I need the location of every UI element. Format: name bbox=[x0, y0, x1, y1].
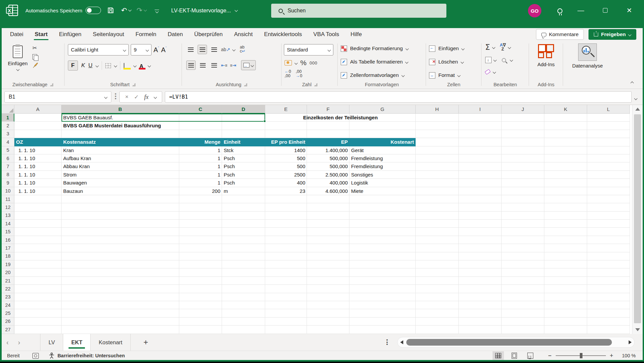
menu-item-datei[interactable]: Datei bbox=[4, 28, 29, 41]
active-cell-selection[interactable] bbox=[62, 114, 265, 122]
table-cell-r8-D[interactable]: Psch bbox=[222, 171, 265, 179]
sheet-tab-ekt[interactable]: EKT bbox=[63, 334, 91, 351]
menu-item-einfügen[interactable]: Einfügen bbox=[53, 28, 87, 41]
fill-color-button[interactable] bbox=[124, 63, 130, 68]
paste-button[interactable]: Einfügen bbox=[6, 43, 29, 81]
formula-input[interactable]: =LV!B1 bbox=[165, 91, 632, 103]
table-cell-r8-B[interactable]: Strom bbox=[62, 171, 179, 179]
table-cell-r6-E[interactable]: 500 bbox=[265, 154, 307, 162]
cut-button[interactable]: ✂ bbox=[32, 45, 38, 51]
sort-filter-chevron-icon[interactable] bbox=[508, 45, 511, 49]
row-header-14[interactable]: 14 bbox=[2, 220, 14, 228]
column-header-A[interactable]: A bbox=[14, 105, 62, 114]
table-header-ep[interactable]: EP bbox=[307, 138, 349, 146]
zoom-out-button[interactable]: − bbox=[548, 352, 552, 359]
table-header-oz[interactable]: OZ bbox=[14, 138, 62, 146]
row-header-17[interactable]: 17 bbox=[2, 244, 14, 252]
bold-button[interactable]: F bbox=[68, 60, 78, 71]
thousands-format-button[interactable]: 000 bbox=[310, 60, 317, 66]
table-cell-r9-G[interactable]: Logistik bbox=[349, 179, 416, 187]
comments-button[interactable]: Kommentare bbox=[536, 29, 584, 40]
align-middle-button[interactable] bbox=[198, 45, 207, 54]
scroll-down-icon[interactable] bbox=[635, 328, 640, 331]
font-size-select[interactable]: 9 bbox=[131, 44, 151, 55]
table-cell-r7-D[interactable]: Psch bbox=[222, 162, 265, 170]
italic-button[interactable]: K bbox=[81, 62, 85, 69]
cell-e1-text[interactable]: Einzelkosten der Teilleistungen bbox=[265, 114, 416, 122]
align-top-button[interactable] bbox=[186, 45, 195, 54]
row-header-13[interactable]: 13 bbox=[2, 212, 14, 220]
percent-format-button[interactable]: % bbox=[300, 59, 307, 67]
currency-chevron-icon[interactable] bbox=[295, 61, 298, 65]
menu-item-überprüfen[interactable]: Überprüfen bbox=[189, 28, 228, 41]
zoom-level[interactable]: 100 % bbox=[622, 353, 636, 358]
table-cell-r10-A[interactable]: 1. 1. 10 bbox=[14, 187, 62, 195]
data-analysis-button[interactable] bbox=[578, 43, 597, 61]
fill-handle[interactable] bbox=[263, 120, 266, 122]
delete-cells-button[interactable]: Löschen bbox=[429, 55, 463, 68]
format-painter-button[interactable] bbox=[32, 63, 38, 69]
increase-indent-button[interactable]: ≡⇥ bbox=[230, 63, 236, 68]
minimize-button[interactable]: — bbox=[573, 3, 588, 17]
table-cell-r10-C[interactable]: 200 bbox=[179, 187, 222, 195]
column-header-I[interactable]: I bbox=[459, 105, 502, 114]
number-format-select[interactable]: Standard bbox=[284, 44, 333, 55]
copy-button[interactable] bbox=[32, 54, 37, 59]
zoom-in-button[interactable]: + bbox=[610, 352, 614, 359]
font-family-select[interactable]: Calibri Light bbox=[68, 44, 129, 55]
table-header-kostenart[interactable]: Kostenart bbox=[349, 138, 416, 146]
column-header-B[interactable]: B bbox=[62, 105, 179, 114]
font-dialog-launcher[interactable] bbox=[132, 83, 135, 86]
autosave-control[interactable]: Automatisches Speichern bbox=[25, 7, 101, 14]
table-cell-r9-C[interactable]: 1 bbox=[179, 179, 222, 187]
redo-button[interactable]: ↷ bbox=[136, 5, 147, 16]
cancel-formula-button[interactable]: × bbox=[125, 94, 128, 100]
clear-chevron-icon[interactable] bbox=[493, 70, 496, 74]
autosave-toggle[interactable] bbox=[86, 7, 101, 14]
table-cell-r10-F[interactable]: 4.600,000 bbox=[307, 187, 349, 195]
select-all-corner[interactable] bbox=[2, 105, 14, 114]
table-cell-r6-G[interactable]: Fremdleistung bbox=[349, 154, 416, 162]
document-title[interactable]: LV-EKT-Mustervorlage... bbox=[171, 7, 237, 14]
add-sheet-button[interactable]: + bbox=[143, 338, 148, 347]
undo-button[interactable]: ↶ bbox=[120, 5, 132, 16]
row-header-3[interactable]: 3 bbox=[2, 130, 14, 138]
share-button[interactable]: Freigeben bbox=[588, 29, 636, 40]
vertical-scrollbar[interactable] bbox=[632, 105, 643, 334]
table-cell-r5-G[interactable]: Gerät bbox=[349, 146, 416, 154]
row-header-26[interactable]: 26 bbox=[2, 318, 14, 326]
table-cell-r6-A[interactable]: 1. 1. 10 bbox=[14, 154, 62, 162]
table-cell-r7-C[interactable]: 1 bbox=[179, 162, 222, 170]
row-header-15[interactable]: 15 bbox=[2, 228, 14, 236]
table-cell-r7-F[interactable]: 500,000 bbox=[307, 162, 349, 170]
decrease-decimal-button[interactable]: ,00→0 bbox=[296, 70, 302, 78]
row-header-27[interactable]: 27 bbox=[2, 326, 14, 334]
conditional-formatting-button[interactable]: Bedingte Formatierung bbox=[341, 42, 408, 55]
zoom-slider[interactable] bbox=[556, 355, 606, 356]
table-cell-r7-G[interactable]: Fremdleistung bbox=[349, 162, 416, 170]
scroll-up-icon[interactable] bbox=[635, 108, 640, 111]
font-color-chevron-icon[interactable] bbox=[147, 64, 151, 67]
column-header-F[interactable]: F bbox=[307, 105, 349, 114]
table-cell-r9-E[interactable]: 400 bbox=[265, 179, 307, 187]
menu-item-vba-tools[interactable]: VBA Tools bbox=[308, 28, 345, 41]
table-cell-r5-E[interactable]: 1400 bbox=[265, 146, 307, 154]
vertical-scroll-thumb[interactable] bbox=[634, 114, 641, 323]
row-header-18[interactable]: 18 bbox=[2, 252, 14, 260]
clear-button[interactable] bbox=[485, 69, 491, 75]
align-center-button[interactable] bbox=[198, 61, 207, 70]
fill-button[interactable] bbox=[485, 57, 492, 63]
page-layout-view-button[interactable] bbox=[509, 351, 520, 360]
table-cell-r9-A[interactable]: 1. 1. 10 bbox=[14, 179, 62, 187]
borders-chevron-icon[interactable] bbox=[114, 64, 117, 67]
table-cell-r8-F[interactable]: 2.500,000 bbox=[307, 171, 349, 179]
underline-button[interactable]: U bbox=[88, 62, 92, 69]
save-button[interactable] bbox=[105, 5, 116, 16]
macro-record-icon[interactable] bbox=[32, 353, 39, 359]
row-header-23[interactable]: 23 bbox=[2, 293, 14, 301]
table-header-einheit[interactable]: Einheit bbox=[222, 138, 265, 146]
data-analysis-label[interactable]: Datenanalyse bbox=[564, 63, 611, 69]
excel-app-icon[interactable]: X bbox=[6, 5, 18, 16]
accessibility-checker[interactable]: Barrierefreiheit: Untersuchen bbox=[49, 353, 125, 359]
decrease-indent-button[interactable]: ⇤≡ bbox=[221, 63, 227, 68]
